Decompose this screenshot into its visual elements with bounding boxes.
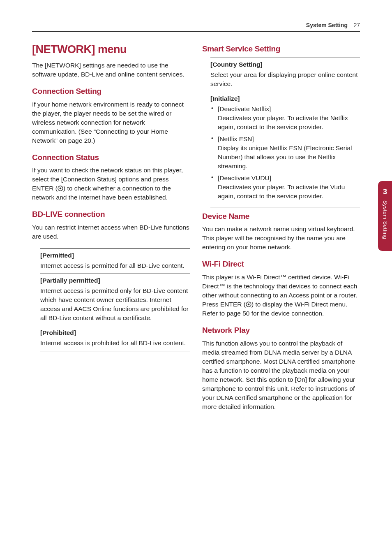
list-item: [Deactivate Netflix] Deactivates your pl… (210, 104, 360, 132)
device-name-heading: Device Name (202, 211, 360, 222)
netflix-esn-desc: Display its unique Netflix ESN (Electron… (218, 144, 352, 169)
prohibited-desc: Internet access is prohibited for all BD… (40, 339, 190, 351)
partially-permitted-desc: Internet access is permitted only for BD… (40, 286, 190, 326)
enter-icon (58, 186, 63, 191)
network-play-heading: Network Play (202, 325, 360, 336)
partially-permitted-title: [Partially permitted] (40, 274, 190, 284)
bdlive-intro: You can restrict Internet access when BD… (32, 223, 190, 241)
list-item: [Deactivate VUDU] Deactivates your playe… (210, 174, 360, 201)
country-setting-desc: Select your area for displaying proper o… (210, 70, 360, 92)
manual-page: System Setting 27 [NETWORK] menu The [NE… (0, 0, 392, 435)
network-play-body: This function allows you to control the … (202, 339, 360, 411)
right-column: Smart Service Setting [Country Setting] … (202, 43, 360, 419)
connection-status-body: If you want to check the network status … (32, 166, 190, 202)
smart-service-options: [Country Setting] Select your area for d… (210, 58, 360, 207)
bdlive-options: [Permitted] Internet access is permitted… (40, 248, 190, 351)
svg-point-3 (248, 304, 250, 306)
country-setting-title: [Country Setting] (210, 58, 360, 68)
initialize-list: [Deactivate Netflix] Deactivates your pl… (210, 104, 360, 207)
bdlive-heading: BD-LIVE connection (32, 209, 190, 220)
deactivate-netflix-label: [Deactivate Netflix] (218, 105, 271, 112)
smart-service-heading: Smart Service Setting (202, 44, 360, 54)
connection-setting-heading: Connection Setting (32, 86, 190, 97)
deactivate-vudu-desc: Deactivates your player. To activate the… (218, 183, 345, 200)
wifi-direct-heading: Wi-Fi Direct (202, 259, 360, 269)
network-menu-intro: The [NETWORK] settings are needed to use… (32, 61, 190, 79)
enter-icon (246, 302, 251, 307)
device-name-body: You can make a network name using virtua… (202, 225, 360, 252)
connection-status-heading: Connection Status (32, 153, 190, 163)
prohibited-title: [Prohibited] (40, 326, 190, 337)
svg-point-1 (60, 188, 62, 190)
connection-setting-body: If your home network environment is read… (32, 100, 190, 145)
wifi-direct-body: This player is a Wi-Fi Direct™ certified… (202, 273, 360, 318)
page-header: System Setting 27 (32, 21, 360, 32)
left-column: [NETWORK] menu The [NETWORK] settings ar… (32, 43, 190, 419)
network-menu-heading: [NETWORK] menu (32, 43, 190, 56)
deactivate-netflix-desc: Deactivates your player. To activate the… (218, 114, 348, 130)
list-item: [Netflix ESN] Display its unique Netflix… (210, 135, 360, 171)
deactivate-vudu-label: [Deactivate VUDU] (218, 174, 271, 181)
header-page-number: 27 (353, 22, 360, 28)
permitted-desc: Internet access is permitted for all BD-… (40, 261, 190, 274)
netflix-esn-label: [Netflix ESN] (218, 135, 254, 142)
header-section: System Setting (306, 22, 348, 28)
initialize-title: [Initialize] (210, 92, 360, 102)
permitted-title: [Permitted] (40, 248, 190, 259)
